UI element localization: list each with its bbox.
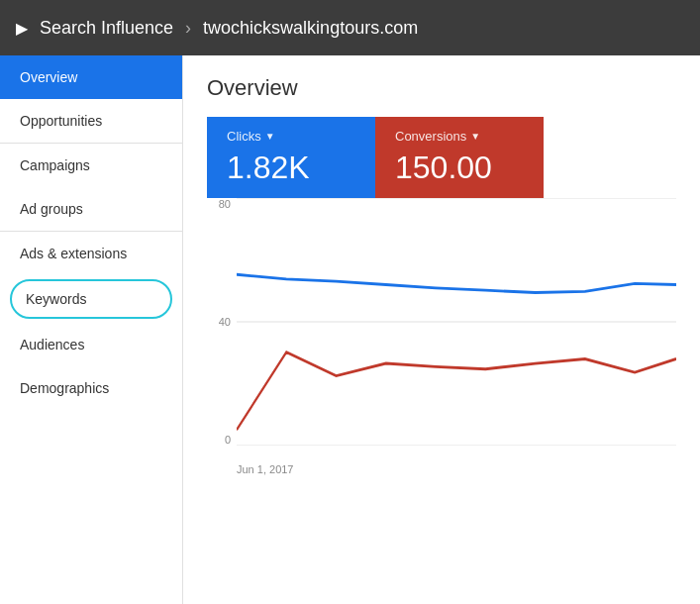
sidebar-item-keywords[interactable]: Keywords	[10, 279, 172, 319]
clicks-metric-card[interactable]: Clicks ▼ 1.82K	[207, 117, 375, 198]
sidebar-item-demographics[interactable]: Demographics	[0, 366, 182, 410]
y-label-40: 40	[219, 316, 231, 328]
sidebar-label-overview: Overview	[20, 69, 77, 85]
content-area: Overview Clicks ▼ 1.82K Conversions ▼ 15…	[183, 55, 700, 604]
chart-area: 80 40 0 Jun 1, 2	[207, 198, 676, 475]
conversions-label-text: Conversions	[395, 129, 466, 144]
chart-x-label: Jun 1, 2017	[237, 463, 294, 475]
clicks-label-text: Clicks	[227, 129, 261, 144]
sidebar-label-opportunities: Opportunities	[20, 113, 102, 129]
app-header: ▶ Search Influence › twochickswalkingtou…	[0, 0, 700, 55]
breadcrumb-separator: ›	[185, 18, 191, 39]
sidebar-item-campaigns[interactable]: Campaigns	[0, 144, 182, 187]
blue-line	[237, 274, 676, 292]
chart-y-axis: 80 40 0	[207, 198, 237, 446]
y-label-80: 80	[219, 198, 231, 210]
chart-svg-container	[237, 198, 676, 446]
conversions-value: 150.00	[395, 150, 524, 186]
sidebar-label-demographics: Demographics	[20, 380, 109, 396]
sidebar: Overview Opportunities Campaigns Ad grou…	[0, 55, 183, 604]
sidebar-item-opportunities[interactable]: Opportunities	[0, 99, 182, 143]
sidebar-label-ad-groups: Ad groups	[20, 201, 83, 217]
app-name: Search Influence	[40, 18, 173, 39]
nav-arrow-icon: ▶	[16, 19, 28, 38]
conversions-label: Conversions ▼	[395, 129, 524, 144]
sidebar-item-audiences[interactable]: Audiences	[0, 323, 182, 366]
domain-name: twochickswalkingtours.com	[203, 18, 418, 39]
sidebar-item-overview[interactable]: Overview	[0, 55, 182, 99]
red-line	[237, 352, 676, 430]
sidebar-label-campaigns: Campaigns	[20, 157, 90, 173]
conversions-dropdown-icon: ▼	[470, 131, 480, 142]
y-label-0: 0	[225, 434, 231, 446]
chart-svg	[237, 198, 676, 446]
sidebar-label-ads-extensions: Ads & extensions	[20, 246, 127, 261]
clicks-value: 1.82K	[227, 150, 355, 186]
metrics-bar: Clicks ▼ 1.82K Conversions ▼ 150.00	[207, 117, 573, 198]
clicks-dropdown-icon: ▼	[265, 131, 275, 142]
sidebar-label-audiences: Audiences	[20, 337, 84, 352]
page-title: Overview	[207, 75, 676, 101]
clicks-label: Clicks ▼	[227, 129, 355, 144]
sidebar-label-keywords: Keywords	[26, 291, 86, 307]
sidebar-item-ads-extensions[interactable]: Ads & extensions	[0, 232, 182, 275]
main-layout: Overview Opportunities Campaigns Ad grou…	[0, 55, 700, 604]
sidebar-item-ad-groups[interactable]: Ad groups	[0, 187, 182, 231]
conversions-metric-card[interactable]: Conversions ▼ 150.00	[375, 117, 544, 198]
